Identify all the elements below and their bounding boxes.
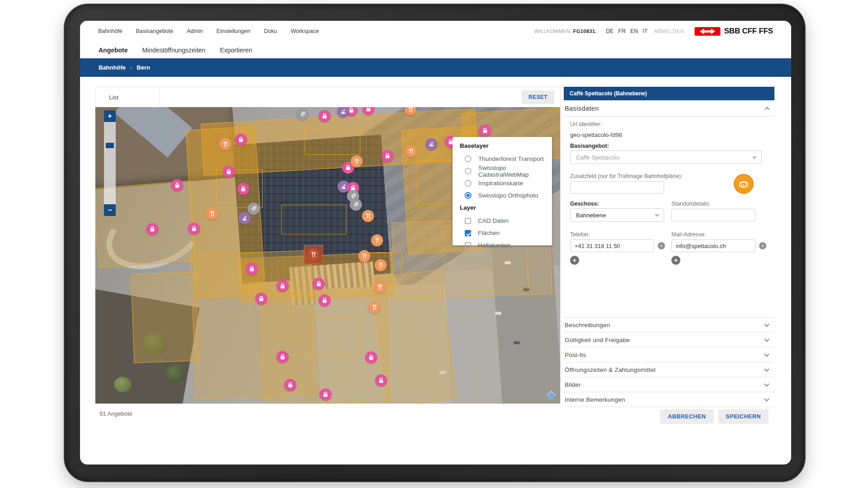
standortdetails-input[interactable]	[671, 209, 755, 221]
accordion-section-post-its[interactable]: Post-Its	[564, 347, 774, 362]
username: FG10831.	[573, 28, 597, 34]
restaurant-marker-icon[interactable]	[219, 138, 231, 150]
baselayer-option-inspirationskarte[interactable]: Inspirationskarte	[460, 177, 552, 189]
shopping-bag-marker-icon[interactable]	[479, 125, 491, 137]
shopping-bag-marker-icon[interactable]	[284, 379, 296, 391]
restaurant-marker-icon[interactable]	[307, 249, 320, 261]
restaurant-marker-icon[interactable]	[405, 145, 417, 158]
sub-nav-item-exportieren[interactable]: Exportieren	[220, 47, 252, 54]
url-identifier-label: Url identifier:	[570, 121, 602, 127]
geschoss-select[interactable]: Bahnebene	[570, 208, 664, 222]
baselayer-option-label: Swisstopo Orthophoto	[478, 192, 538, 199]
chevron-up-icon	[764, 107, 769, 112]
top-nav-item-einstellungen[interactable]: Einstellungen	[217, 28, 250, 34]
offer-count: 91 Angebote	[99, 410, 561, 417]
baselayer-option-swisstopo-orthophoto[interactable]: Swisstopo Orthophoto	[460, 189, 552, 202]
reset-button[interactable]: RESET	[522, 90, 554, 104]
add-mail-button[interactable]: +	[671, 256, 680, 265]
shopping-bag-marker-icon[interactable]	[255, 292, 267, 305]
top-nav-item-bahnhöfe[interactable]: Bahnhöfe	[98, 28, 123, 34]
primary-nav: BahnhöfeBasisangeboteAdminEinstellungenD…	[80, 21, 791, 42]
shopping-bag-marker-icon[interactable]	[313, 277, 325, 290]
accordion-section-interne-bemerkungen[interactable]: Interne Bemerkungen	[564, 392, 774, 407]
restaurant-marker-icon[interactable]	[362, 210, 374, 222]
paperclip-marker-icon[interactable]	[349, 199, 362, 211]
accordion-section-öffnungszeiten-zahlungsmittel[interactable]: Öffnungszeiten & Zahlungsmittel	[564, 362, 774, 377]
zoom-out-button[interactable]: −	[104, 204, 116, 216]
section-basisdaten[interactable]: Basisdaten	[564, 100, 774, 117]
top-nav-item-workspace[interactable]: Workspace	[291, 28, 319, 34]
layer-title: Layer	[460, 204, 552, 211]
language-it[interactable]: IT	[642, 28, 647, 34]
restaurant-marker-icon[interactable]	[206, 208, 218, 220]
restaurant-marker-icon[interactable]	[404, 107, 416, 116]
language-fr[interactable]: FR	[618, 28, 626, 34]
service-counter-marker-icon[interactable]	[337, 107, 349, 117]
zoom-slider-handle[interactable]	[106, 143, 114, 148]
shopping-bag-marker-icon[interactable]	[235, 134, 247, 146]
shopping-bag-marker-icon[interactable]	[246, 263, 258, 275]
accordion-section-bilder[interactable]: Bilder	[564, 377, 774, 392]
layer-option-flächen[interactable]: Flächen	[460, 227, 552, 239]
service-counter-marker-icon[interactable]	[238, 212, 250, 225]
layer-option-cad-daten[interactable]: CAD Daten	[460, 215, 552, 227]
baselayer-option-label: Inspirationskarte	[478, 180, 523, 187]
zoom-in-button[interactable]: +	[104, 110, 116, 122]
shopping-bag-marker-icon[interactable]	[363, 107, 375, 115]
shopping-bag-marker-icon[interactable]	[318, 295, 330, 307]
shopping-bag-marker-icon[interactable]	[381, 150, 393, 162]
zusatzfeld-input[interactable]	[570, 181, 664, 194]
shopping-bag-marker-icon[interactable]	[318, 110, 330, 122]
shopping-bag-marker-icon[interactable]	[319, 389, 331, 401]
shopping-bag-marker-icon[interactable]	[188, 222, 200, 235]
sub-nav-item-angebote[interactable]: Angebote	[99, 47, 128, 54]
restaurant-marker-icon[interactable]	[375, 259, 387, 271]
radio-icon	[465, 180, 472, 187]
top-nav-item-doku[interactable]: Doku	[264, 28, 277, 34]
shopping-bag-marker-icon[interactable]	[277, 280, 289, 292]
accordion-section-label: Interne Bemerkungen	[565, 396, 625, 403]
telefon-label: Telefon:	[570, 231, 590, 238]
language-en[interactable]: EN	[630, 28, 638, 34]
save-button[interactable]: SPEICHERN	[718, 409, 769, 424]
restaurant-marker-icon[interactable]	[359, 250, 371, 262]
restaurant-marker-icon[interactable]	[371, 234, 383, 246]
service-counter-marker-icon[interactable]	[425, 138, 438, 150]
shopping-bag-marker-icon[interactable]	[277, 351, 289, 363]
accordion-section-gültigkeit-und-freigabe[interactable]: Gültigkeit und Freigabe	[564, 333, 774, 347]
paperclip-marker-icon[interactable]	[297, 108, 309, 121]
restaurant-marker-icon[interactable]	[350, 155, 363, 168]
shopping-bag-marker-icon[interactable]	[146, 223, 159, 235]
language-de[interactable]: DE	[606, 28, 613, 34]
restaurant-marker-icon[interactable]	[374, 281, 386, 293]
baselayer-option-swisstopo-cadastralwebmap[interactable]: Swisstopo CadastralWebMap	[460, 165, 552, 177]
baselayer-option-thunderforest-transport[interactable]: Thunderforest Transport	[460, 153, 552, 165]
shopping-bag-marker-icon[interactable]	[223, 166, 235, 178]
cancel-button[interactable]: ABBRECHEN	[660, 409, 713, 424]
shopping-bag-marker-icon[interactable]	[365, 352, 377, 364]
breadcrumb-root[interactable]: Bahnhöfe	[99, 64, 126, 71]
basisangebot-select[interactable]: Caffè Spettacolo	[570, 150, 762, 164]
tab-list[interactable]: List	[95, 87, 160, 107]
chevron-down-icon	[753, 155, 756, 158]
telefon-input[interactable]	[570, 239, 654, 252]
paperclip-marker-icon[interactable]	[247, 203, 259, 215]
zoom-slider-track[interactable]	[104, 110, 116, 216]
accordion-section-beschreibungen[interactable]: Beschreibungen	[564, 318, 774, 333]
map-canvas[interactable]: + − Baselayer Thunderforest TransportSwi…	[95, 107, 561, 404]
checkbox-icon	[465, 230, 471, 236]
mail-adresse-input[interactable]	[671, 239, 755, 252]
top-nav-item-admin[interactable]: Admin	[187, 28, 203, 34]
logout-link[interactable]: ABMELDEN	[654, 28, 684, 34]
layer-option-haltekanten[interactable]: Haltekanten	[460, 239, 552, 251]
clear-mail-icon[interactable]: ×	[759, 242, 766, 249]
shopping-bag-marker-icon[interactable]	[237, 183, 249, 195]
shopping-bag-marker-icon[interactable]	[375, 375, 387, 387]
top-nav-item-basisangebote[interactable]: Basisangebote	[136, 28, 174, 34]
page: BahnhöfeBasisangeboteAdminEinstellungenD…	[0, 0, 868, 488]
shopping-bag-marker-icon[interactable]	[171, 179, 183, 192]
clear-telefon-icon[interactable]: ×	[658, 242, 665, 249]
sub-nav-item-mindestöffnungszeiten[interactable]: Mindestöffnungszeiten	[142, 47, 206, 54]
restaurant-marker-icon[interactable]	[368, 301, 380, 314]
add-telefon-button[interactable]: +	[570, 256, 579, 265]
